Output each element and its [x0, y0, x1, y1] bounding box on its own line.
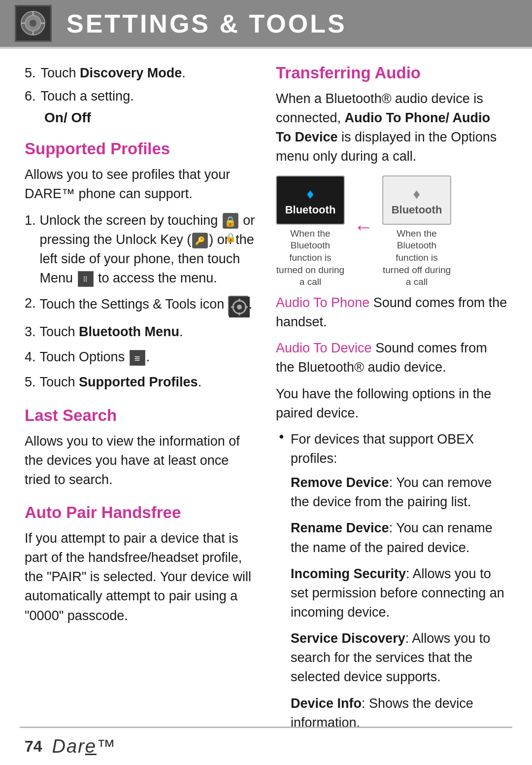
menu-grid-icon: ⠿	[78, 271, 94, 287]
supported-profiles-title: Supported Profiles	[25, 139, 256, 158]
auto-pair-description: If you attempt to pair a device that is …	[25, 529, 256, 626]
step-6-num: 6.	[25, 87, 36, 106]
settings-tools-icon	[228, 296, 249, 316]
supported-profiles-description: Allows you to see profiles that your DAR…	[25, 165, 256, 204]
audio-to-phone-device-label: Audio To Phone/ Audio To Device	[276, 110, 490, 144]
step-5-num: 5.	[25, 64, 36, 83]
unlock-key-icon: 🔑	[192, 233, 208, 248]
audio-to-phone-label: Audio To Phone	[276, 295, 369, 310]
bt-screen-inactive: ⬧ Bluetooth	[382, 175, 451, 225]
obex-bullet-text: For devices that support OBEX profiles:	[291, 432, 474, 466]
step-1: 1. Unlock the screen by touching 🔒 or pr…	[25, 211, 256, 288]
obex-bullet-item: For devices that support OBEX profiles:	[276, 430, 507, 468]
device-info-bold: Device Info	[291, 696, 362, 711]
footer-content: 74 Dare™	[0, 728, 532, 765]
steps-list: 1. Unlock the screen by touching 🔒 or pr…	[25, 211, 256, 392]
incoming-security-bold: Incoming Security	[291, 566, 406, 581]
transferring-audio-intro: When a Bluetooth® audio device is connec…	[276, 89, 507, 167]
step-3: 3. Touch Bluetooth Menu.	[25, 322, 256, 342]
transfer-arrow-icon: ←	[354, 216, 373, 238]
step-2: 2. Touch the Settings & Tools icon	[25, 294, 256, 316]
rename-device-bold: Rename Device	[291, 521, 389, 535]
dare-logo: Dare™	[52, 736, 116, 757]
dare-logo-text: Dare™	[52, 736, 116, 757]
audio-to-device-paragraph: Audio To Device Sound comes from the Blu…	[276, 339, 507, 377]
auto-pair-title: Auto Pair Handsfree	[25, 503, 256, 522]
bt-logo-active: Bluetooth	[285, 204, 336, 216]
rename-device-paragraph: Rename Device: You can rename the name o…	[291, 519, 507, 557]
remove-device-paragraph: Remove Device: You can remove the device…	[291, 473, 507, 512]
step-5-text: Touch Discovery Mode.	[41, 64, 186, 83]
bluetooth-symbol-active: ⬧	[305, 184, 316, 202]
main-content: 5. Touch Discovery Mode. 6. Touch a sett…	[0, 49, 532, 754]
transferring-audio-title: Transferring Audio	[276, 64, 507, 82]
step-4: 4. Touch Options ≡.	[25, 348, 256, 367]
audio-to-phone-paragraph: Audio To Phone Sound comes from the hand…	[276, 293, 507, 332]
bluetooth-symbol-inactive: ⬧	[411, 184, 422, 202]
incoming-security-paragraph: Incoming Security: Allows you to set per…	[291, 564, 507, 622]
bt-caption-active: When the Bluetooth function is turned on…	[276, 228, 345, 288]
top-list-items: 5. Touch Discovery Mode. 6. Touch a sett…	[25, 64, 256, 126]
header-icon	[15, 5, 52, 42]
last-search-title: Last Search	[25, 406, 256, 425]
sub-section-options: Remove Device: You can remove the device…	[276, 473, 507, 732]
step-5-profiles: 5. Touch Supported Profiles.	[25, 373, 256, 392]
step-5-discovery: 5. Touch Discovery Mode.	[25, 64, 256, 83]
bt-inactive-image: ⬧ Bluetooth When the Bluetooth function …	[382, 175, 451, 288]
last-search-description: Allows you to view the information of th…	[25, 432, 256, 489]
right-column: Transferring Audio When a Bluetooth® aud…	[276, 64, 507, 739]
bt-screen-active: ⬧ Bluetooth	[276, 175, 345, 225]
left-column: 5. Touch Discovery Mode. 6. Touch a sett…	[25, 64, 256, 739]
page-number: 74	[25, 737, 42, 756]
bluetooth-images: ⬧ Bluetooth When the Bluetooth function …	[276, 175, 507, 288]
onoff-label-container: On/ Off	[44, 110, 256, 126]
options-icon: ≡	[130, 350, 145, 366]
following-options-text: You have the following options in the pa…	[276, 384, 507, 423]
obex-bullet-list: For devices that support OBEX profiles:	[276, 430, 507, 468]
service-discovery-bold: Service Discovery	[291, 631, 405, 646]
bt-active-image: ⬧ Bluetooth When the Bluetooth function …	[276, 175, 345, 288]
bluetooth-menu-label: Bluetooth Menu	[79, 324, 179, 339]
supported-profiles-step-label: Supported Profiles	[79, 375, 198, 389]
svg-point-9	[237, 305, 242, 310]
page-header: SETTINGS & TOOLS	[0, 0, 532, 47]
bt-caption-inactive: When the Bluetooth function is turned of…	[382, 228, 451, 288]
audio-to-device-label: Audio To Device	[276, 341, 372, 355]
header-title: SETTINGS & TOOLS	[66, 9, 347, 38]
lock-icon: 🔒	[223, 213, 238, 229]
bt-logo-inactive: Bluetooth	[392, 204, 442, 216]
remove-device-bold: Remove Device	[291, 475, 389, 490]
step-6-setting: 6. Touch a setting.	[25, 87, 256, 106]
page-footer: 74 Dare™	[0, 727, 532, 765]
discovery-mode-label: Discovery Mode	[80, 66, 182, 80]
onoff-label: On/ Off	[44, 110, 91, 125]
svg-point-2	[30, 20, 36, 27]
service-discovery-paragraph: Service Discovery: Allows you to search …	[291, 629, 507, 687]
step-6-text: Touch a setting.	[41, 87, 134, 106]
